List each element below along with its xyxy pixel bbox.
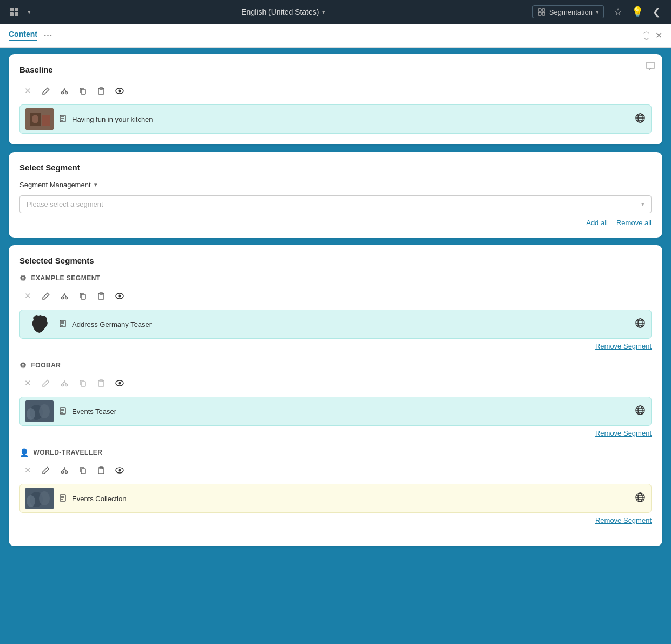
svg-point-18 — [32, 115, 38, 123]
svg-point-32 — [62, 384, 64, 386]
preview-button[interactable] — [111, 83, 128, 99]
paste-button[interactable] — [93, 83, 109, 99]
svg-rect-48 — [81, 469, 85, 474]
svg-point-28 — [119, 295, 121, 298]
svg-point-42 — [27, 408, 35, 420]
select-segment-title: Select Segment — [19, 163, 652, 172]
foobar-close-button[interactable]: ✕ — [19, 375, 36, 391]
wt-copy-button[interactable] — [75, 462, 91, 478]
baseline-item-label: Having fun in your kitchen — [72, 115, 629, 123]
foobar-globe-icon[interactable] — [635, 405, 646, 418]
wt-page-icon — [59, 494, 67, 503]
foobar-toolbar: ✕ — [19, 375, 652, 391]
wt-globe-icon[interactable] — [635, 492, 646, 505]
svg-rect-10 — [81, 89, 85, 94]
example-close-button[interactable]: ✕ — [19, 288, 36, 304]
svg-point-55 — [39, 491, 50, 505]
comment-icon[interactable] — [645, 61, 656, 74]
wt-close-button[interactable]: ✕ — [19, 462, 36, 478]
wt-edit-button[interactable] — [38, 462, 54, 478]
example-remove-row: Remove Segment — [19, 342, 652, 350]
example-cut-button[interactable] — [56, 288, 73, 304]
foobar-gear-icon: ⚙ — [19, 361, 27, 370]
tab-more-button[interactable]: ··· — [44, 31, 52, 41]
copy-button[interactable] — [75, 83, 91, 99]
cut-button[interactable] — [56, 83, 73, 99]
tab-bar: Content ··· ︿ ﹀ ✕ — [0, 24, 671, 48]
example-preview-button[interactable] — [111, 288, 128, 304]
example-item-label: Address Germany Teaser — [72, 320, 629, 328]
app-chevron-icon[interactable]: ▾ — [24, 6, 35, 17]
svg-rect-17 — [42, 115, 50, 126]
collapse-icon[interactable]: ❮ — [652, 6, 662, 17]
wt-paste-button[interactable] — [93, 462, 109, 478]
remove-all-link[interactable]: Remove all — [616, 219, 652, 227]
segmentation-label: Segmentation — [549, 8, 593, 16]
nav-right: Segmentation ▾ ☆ 💡 ❮ — [532, 5, 662, 18]
segment-management-button[interactable]: Segment Management ▾ — [19, 181, 97, 189]
wt-cut-button[interactable] — [56, 462, 73, 478]
baseline-title: Baseline — [19, 65, 652, 74]
scroll-up-icon[interactable]: ︿ — [643, 28, 650, 35]
language-chevron-icon[interactable]: ▾ — [322, 9, 325, 16]
wt-remove-link[interactable]: Remove Segment — [595, 516, 652, 524]
foobar-cut-button[interactable] — [56, 375, 73, 391]
app-grid-icon[interactable] — [9, 6, 19, 17]
add-remove-row: Add all Remove all — [19, 219, 652, 227]
foobar-segment-header: ⚙ FOOBAR — [19, 361, 652, 370]
segment-group-world-traveller: 👤 WORLD-TRAVELLER ✕ — [19, 448, 652, 524]
scroll-down-icon[interactable]: ﹀ — [643, 36, 650, 43]
wt-preview-button[interactable] — [111, 462, 128, 478]
svg-point-33 — [65, 384, 68, 386]
lightbulb-icon[interactable]: 💡 — [632, 6, 643, 17]
tab-content[interactable]: Content — [9, 30, 37, 41]
tab-list: Content ··· — [9, 30, 52, 41]
select-segment-panel: Select Segment Segment Management ▾ Plea… — [9, 152, 662, 238]
svg-point-47 — [65, 471, 68, 474]
svg-rect-7 — [542, 12, 545, 15]
example-segment-item: Address Germany Teaser — [19, 310, 652, 339]
edit-button[interactable] — [38, 83, 54, 99]
example-paste-button[interactable] — [93, 288, 109, 304]
segmentation-button[interactable]: Segmentation ▾ — [532, 5, 604, 18]
baseline-globe-icon[interactable] — [635, 113, 646, 126]
language-label: English (United States) — [241, 8, 319, 16]
example-segment-name: EXAMPLE SEGMENT — [31, 274, 101, 282]
close-panel-icon[interactable]: ✕ — [655, 30, 662, 41]
segment-select-dropdown[interactable]: Please select a segment ▾ — [19, 195, 652, 213]
segment-placeholder: Please select a segment — [27, 200, 103, 208]
add-all-link[interactable]: Add all — [586, 219, 608, 227]
tab-controls: ︿ ﹀ ✕ — [643, 28, 662, 43]
foobar-paste-button[interactable] — [93, 375, 109, 391]
baseline-content-item: Having fun in your kitchen — [19, 104, 652, 134]
example-segment-toolbar: ✕ — [19, 288, 652, 304]
management-chevron-icon: ▾ — [94, 181, 97, 188]
svg-rect-1 — [15, 8, 18, 11]
foobar-remove-link[interactable]: Remove Segment — [595, 429, 652, 437]
baseline-toolbar: ✕ — [19, 83, 652, 99]
svg-point-14 — [119, 90, 121, 93]
world-traveller-header: 👤 WORLD-TRAVELLER — [19, 448, 652, 457]
foobar-preview-button[interactable] — [111, 375, 128, 391]
top-navigation: ▾ English (United States) ▾ Segmentation… — [0, 0, 671, 24]
foobar-thumbnail — [25, 400, 54, 422]
example-remove-link[interactable]: Remove Segment — [595, 342, 652, 350]
example-copy-button[interactable] — [75, 288, 91, 304]
baseline-thumbnail — [25, 108, 54, 130]
wt-thumbnail — [25, 488, 54, 509]
svg-point-56 — [27, 495, 35, 507]
svg-point-22 — [62, 297, 64, 299]
example-globe-icon[interactable] — [635, 318, 646, 331]
example-edit-button[interactable] — [38, 288, 54, 304]
segment-management-label: Segment Management — [19, 181, 91, 189]
dropdown-chevron-icon: ▾ — [641, 201, 644, 208]
foobar-edit-button[interactable] — [38, 375, 54, 391]
example-segment-header: ⚙ EXAMPLE SEGMENT — [19, 274, 652, 282]
star-icon[interactable]: ☆ — [613, 6, 623, 17]
svg-point-38 — [119, 382, 121, 385]
foobar-segment-name: FOOBAR — [31, 362, 61, 369]
selected-segments-title: Selected Segments — [19, 256, 652, 265]
foobar-copy-button[interactable] — [75, 375, 91, 391]
segment-group-foobar: ⚙ FOOBAR ✕ — [19, 361, 652, 437]
close-button[interactable]: ✕ — [19, 83, 36, 99]
